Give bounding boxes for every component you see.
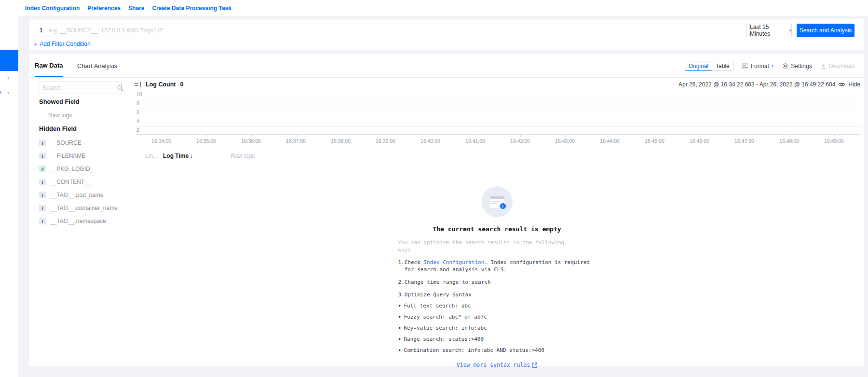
settings-button[interactable]: Settings xyxy=(782,63,812,70)
field-name: __TAG__.namespace xyxy=(50,218,106,224)
field-row[interactable]: t __TAG__.pod_name xyxy=(39,192,118,198)
log-count-value: 0 xyxy=(180,81,183,88)
results-card: Raw Data Chart Analysis Original Table F… xyxy=(29,54,864,366)
view-syntax-rules-link[interactable]: View more syntax rules xyxy=(457,362,537,368)
view-original-button[interactable]: Original xyxy=(685,61,712,71)
field-search-input[interactable] xyxy=(42,84,117,91)
syntax-examples: •Full text search: abc •Fuzzy search: ab… xyxy=(398,302,596,354)
syntax-example: •Combination search: info:abc AND status… xyxy=(398,347,596,354)
external-link-icon xyxy=(532,363,537,368)
field-type-icon: t xyxy=(39,153,46,159)
download-button[interactable]: Download xyxy=(821,63,854,70)
chevron-down-icon[interactable]: ▾ xyxy=(7,90,10,95)
empty-search-result: ! The current search result is empty You… xyxy=(130,186,864,368)
x-tick-label: 16:37:00 xyxy=(273,135,318,144)
index-configuration-link[interactable]: Index Configuration xyxy=(424,259,485,265)
x-tick-label: 16:34:00 xyxy=(139,135,184,144)
showed-field-title: Showed Field xyxy=(39,98,80,105)
field-name: __FILENAME__ xyxy=(50,153,92,159)
field-row[interactable]: t __TAG__.container_name xyxy=(39,205,118,211)
help-item-1: 1.Check Index Configuration. Index confi… xyxy=(398,259,596,273)
chevron-down-icon: ▾ xyxy=(772,64,774,69)
download-icon xyxy=(821,63,827,69)
bullet-icon: • xyxy=(398,335,404,343)
syntax-example: •Full text search: abc xyxy=(398,302,596,309)
syntax-example: •Range search: status:>400 xyxy=(398,335,596,343)
view-table-button[interactable]: Table xyxy=(712,61,733,71)
top-nav-link[interactable]: Create Data Processing Task xyxy=(152,5,231,12)
histogram-plot-area[interactable] xyxy=(136,91,861,134)
clipped-nav-label: n xyxy=(0,89,1,95)
query-input[interactable] xyxy=(49,27,746,34)
eye-icon[interactable] xyxy=(838,82,845,87)
gear-icon xyxy=(782,63,788,69)
x-tick-label: 16:42:00 xyxy=(498,135,542,144)
field-row[interactable]: t __FILENAME__ xyxy=(39,153,118,159)
tab-raw-data[interactable]: Raw Data xyxy=(35,54,63,77)
bullet-icon: • xyxy=(398,324,404,332)
top-nav-link[interactable]: Share xyxy=(128,5,144,12)
field-search-box[interactable] xyxy=(39,82,122,94)
format-lines-icon xyxy=(742,63,748,69)
document-icon: ! xyxy=(490,196,504,208)
collapse-chart-icon[interactable] xyxy=(135,82,141,87)
field-type-icon: t xyxy=(39,218,46,224)
x-tick-label: 16:41:00 xyxy=(453,135,498,144)
results-content: Log Count 0 Apr 26, 2022 @ 16:34:22.603 … xyxy=(130,78,864,366)
info-badge-icon: ! xyxy=(499,202,507,210)
tab-chart-analysis[interactable]: Chart Analysis xyxy=(77,54,117,77)
query-card: 1 Last 15 Minutes ▾ Search and Analysis … xyxy=(29,19,864,50)
field-row[interactable]: t __SOURCE__ xyxy=(39,140,118,146)
field-name: __PKG_LOGID__ xyxy=(50,166,96,172)
hidden-field-title: Hidden Field xyxy=(39,125,77,132)
syntax-example: •Fuzzy search: abc* or ab?c xyxy=(398,313,596,321)
field-type-icon: t xyxy=(39,140,46,146)
active-nav-item[interactable] xyxy=(0,50,18,71)
x-tick-label: 16:40:00 xyxy=(408,135,453,144)
x-axis-labels: 16:34:0016:35:0016:36:0016:37:0016:38:00… xyxy=(139,135,856,144)
field-type-icon: # xyxy=(39,166,46,172)
chevron-down-icon: ▾ xyxy=(789,28,791,33)
field-name: __TAG__.pod_name xyxy=(50,192,104,198)
column-log-time[interactable]: Log Time↓ xyxy=(163,153,193,159)
bullet-icon: • xyxy=(398,302,404,309)
time-range-select[interactable]: Last 15 Minutes ▾ xyxy=(749,24,792,37)
hide-chart-button[interactable]: Hide xyxy=(848,81,860,88)
x-tick-label: 16:38:00 xyxy=(318,135,363,144)
collapsed-left-nav: ▾ ▾ n xyxy=(0,16,18,377)
empty-result-title: The current search result is empty xyxy=(433,225,561,233)
field-type-icon: t xyxy=(39,179,46,185)
empty-result-icon: ! xyxy=(482,186,513,217)
x-tick-label: 16:35:00 xyxy=(184,135,229,144)
top-nav-link[interactable]: Index Configuration xyxy=(25,5,80,12)
x-tick-label: 16:45:00 xyxy=(632,135,677,144)
field-row[interactable]: # __PKG_LOGID__ xyxy=(39,166,118,172)
field-name: __CONTENT__ xyxy=(50,179,91,185)
empty-result-subtitle: You can optimize the search results in t… xyxy=(398,239,596,253)
search-and-analysis-button[interactable]: Search and Analysis xyxy=(797,24,854,37)
x-tick-label: 16:43:00 xyxy=(542,135,587,144)
chevron-down-icon[interactable]: ▾ xyxy=(7,76,10,81)
showed-field-raw-logs[interactable]: Raw logs xyxy=(48,112,72,119)
field-row[interactable]: t __TAG__.namespace xyxy=(39,218,118,224)
top-links: Index ConfigurationPreferencesShareCreat… xyxy=(25,0,231,16)
x-tick-label: 16:44:00 xyxy=(587,135,632,144)
field-name: __SOURCE__ xyxy=(50,140,88,146)
query-input-box[interactable]: 1 xyxy=(33,24,746,37)
fields-sidebar: Showed Field Raw logs Hidden Field t __S… xyxy=(29,78,129,366)
x-tick-label: 16:39:00 xyxy=(363,135,408,144)
x-tick-label: 16:46:00 xyxy=(677,135,722,144)
field-row[interactable]: t __CONTENT__ xyxy=(39,179,118,185)
syntax-example: •Key-value search: info:abc xyxy=(398,324,596,332)
top-nav-link[interactable]: Preferences xyxy=(87,5,121,12)
add-filter-condition-button[interactable]: + Add Filter Condition xyxy=(34,41,91,47)
field-type-icon: t xyxy=(39,192,46,198)
chart-time-range: Apr 26, 2022 @ 16:34:22.603 - Apr 26, 20… xyxy=(678,81,835,88)
format-dropdown[interactable]: Format ▾ xyxy=(742,63,774,70)
help-item-2: 2.Change time range to search xyxy=(398,279,596,286)
bullet-icon: • xyxy=(398,347,404,354)
tabs-bar: Raw Data Chart Analysis Original Table F… xyxy=(29,54,864,78)
help-item-3: 3.Optimize Query Syntax xyxy=(398,291,596,298)
plus-icon: + xyxy=(34,41,38,47)
sort-desc-icon: ↓ xyxy=(190,153,193,159)
